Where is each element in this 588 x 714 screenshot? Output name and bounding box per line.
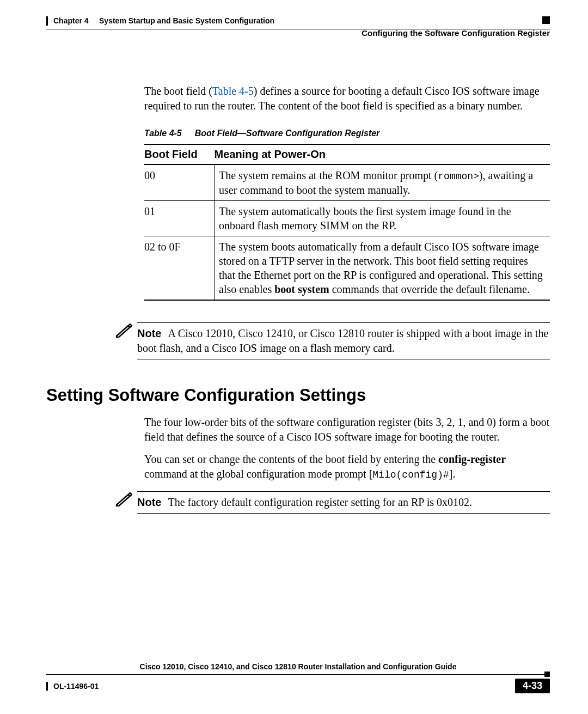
table-row: 01 The system automatically boots the fi… xyxy=(144,201,550,236)
note-block: NoteA Cisco 12010, Cisco 12410, or Cisco… xyxy=(111,322,550,359)
note-body: NoteThe factory default configuration re… xyxy=(137,491,550,514)
cell-field: 02 to 0F xyxy=(144,236,215,301)
th-meaning: Meaning at Power-On xyxy=(215,144,550,164)
table-row: 02 to 0F The system boots automatically … xyxy=(144,236,550,301)
header-right: Configuring the Software Configuration R… xyxy=(362,28,550,38)
header-corner-icon xyxy=(542,16,550,24)
note-label: Note xyxy=(137,327,161,339)
cell-meaning: The system automatically boots the first… xyxy=(215,201,550,236)
chapter-label: Chapter 4 xyxy=(53,16,89,25)
footer-guide-title: Cisco 12010, Cisco 12410, and Cisco 1281… xyxy=(46,662,550,671)
sec-para-1: The four low-order bits of the software … xyxy=(144,415,550,444)
table-caption-text: Boot Field—Software Configuration Regist… xyxy=(195,129,380,138)
boot-field-table: Boot Field Meaning at Power-On 00 The sy… xyxy=(144,144,550,301)
sec-para-2: You can set or change the contents of th… xyxy=(144,452,550,481)
note-text: A Cisco 12010, Cisco 12410, or Cisco 128… xyxy=(137,327,548,354)
intro-paragraph: The boot field (Table 4-5) defines a sou… xyxy=(144,84,550,113)
table-row: 00 The system remains at the ROM monitor… xyxy=(144,164,550,201)
mono-text: rommon> xyxy=(438,171,479,182)
footer-rule xyxy=(46,674,550,675)
pencil-icon xyxy=(111,322,137,340)
note-text: The factory default configuration regist… xyxy=(168,496,472,508)
bold-text: boot system xyxy=(274,283,329,295)
table-link[interactable]: Table 4-5 xyxy=(212,85,254,97)
note-body: NoteA Cisco 12010, Cisco 12410, or Cisco… xyxy=(137,322,550,359)
footer-marker-icon xyxy=(544,672,550,677)
bold-text: config-register xyxy=(438,453,506,465)
table-caption: Table 4-5Boot Field—Software Configurati… xyxy=(144,129,550,138)
section-heading: Setting Software Configuration Settings xyxy=(46,386,550,405)
page-header: Chapter 4 System Startup and Basic Syste… xyxy=(46,16,550,26)
table-number: Table 4-5 xyxy=(144,129,182,138)
cell-meaning: The system remains at the ROM monitor pr… xyxy=(215,164,550,201)
cell-meaning: The system boots automatically from a de… xyxy=(215,236,550,301)
chapter-title: System Startup and Basic System Configur… xyxy=(99,16,274,25)
footer-page-number: 4-33 xyxy=(515,679,550,693)
th-boot-field: Boot Field xyxy=(144,144,215,164)
mono-text: Milo(config)# xyxy=(372,469,449,480)
note-block: NoteThe factory default configuration re… xyxy=(111,491,550,514)
cell-field: 01 xyxy=(144,201,215,236)
page-footer: Cisco 12010, Cisco 12410, and Cisco 1281… xyxy=(46,662,550,693)
note-label: Note xyxy=(137,496,161,508)
cell-field: 00 xyxy=(144,164,215,201)
intro-pre: The boot field ( xyxy=(144,85,212,97)
pencil-icon xyxy=(111,491,137,509)
header-left: Chapter 4 System Startup and Basic Syste… xyxy=(46,16,274,26)
footer-doc-id: OL-11496-01 xyxy=(46,682,99,691)
